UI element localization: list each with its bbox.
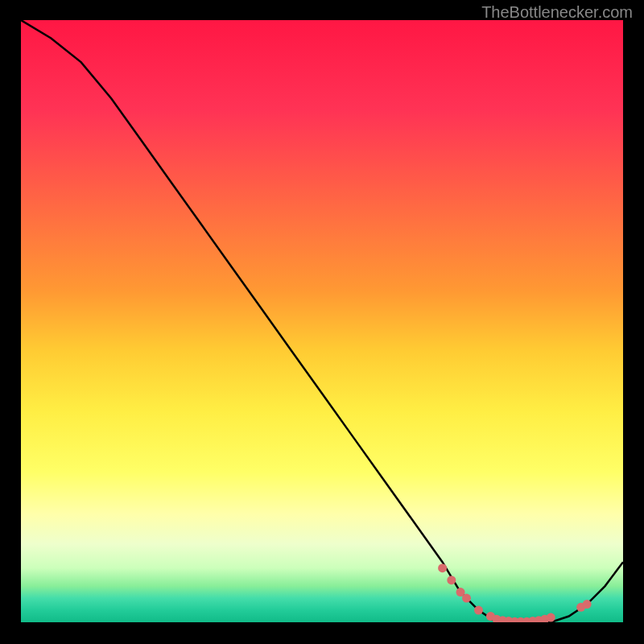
data-marker	[462, 594, 471, 603]
data-marker	[547, 613, 555, 622]
data-marker	[438, 564, 447, 572]
chart-curve	[21, 20, 623, 622]
data-marker	[447, 576, 456, 584]
watermark-text: TheBottlenecker.com	[481, 3, 633, 22]
chart-container	[21, 20, 623, 622]
data-marker	[583, 600, 592, 609]
data-marker	[474, 606, 483, 615]
